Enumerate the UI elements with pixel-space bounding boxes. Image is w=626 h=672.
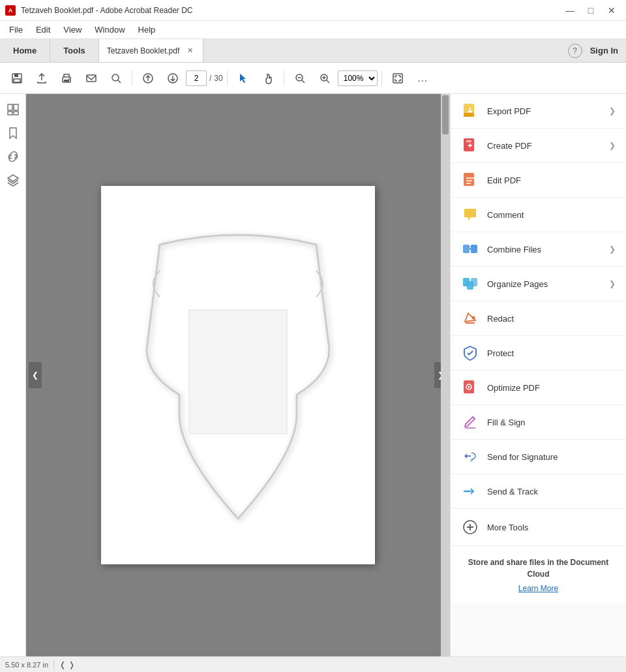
pdf-scrollbar[interactable] [441, 94, 450, 656]
titlebar: A Tetzaveh Booklet.pdf - Adobe Acrobat R… [0, 0, 626, 21]
sidebar-bookmark-icon[interactable] [3, 123, 23, 144]
more-tools-icon [461, 518, 479, 536]
svg-rect-19 [8, 104, 12, 110]
search-button[interactable] [104, 67, 128, 90]
tool-send-signature[interactable]: Send for Signature [451, 440, 626, 474]
svg-rect-32 [463, 245, 470, 253]
menu-help[interactable]: Help [132, 22, 162, 37]
sidebar-layers-icon[interactable] [3, 170, 23, 191]
titlebar-left: A Tetzaveh Booklet.pdf - Adobe Acrobat R… [5, 5, 193, 16]
svg-rect-22 [14, 112, 18, 115]
svg-line-8 [118, 80, 121, 83]
menu-window[interactable]: Window [88, 22, 131, 37]
page-dimensions: 5.50 x 8.27 in [5, 661, 48, 669]
redact-icon [461, 309, 479, 328]
statusbar-prev-btn[interactable]: ❬ [59, 660, 66, 669]
create-pdf-icon [461, 136, 479, 155]
svg-point-38 [472, 316, 475, 320]
create-pdf-arrow: ❯ [609, 141, 616, 150]
svg-rect-4 [64, 80, 69, 82]
prev-page-button[interactable] [136, 67, 160, 90]
tab-spacer [203, 39, 559, 62]
more-options-button[interactable]: … [411, 67, 434, 90]
menu-view[interactable]: View [57, 22, 88, 37]
tool-optimize-pdf[interactable]: Optimize PDF [451, 371, 626, 405]
create-pdf-label: Create PDF [487, 141, 601, 151]
help-button[interactable]: ? [568, 44, 582, 58]
next-page-button[interactable] [161, 67, 185, 90]
send-track-icon [461, 482, 479, 500]
svg-point-7 [112, 74, 119, 81]
tab-right-actions: ? Sign In [560, 39, 626, 62]
zoom-select[interactable]: 100% 50% 75% 125% 150% 200% [338, 70, 378, 86]
comment-icon [461, 206, 479, 224]
print-button[interactable] [55, 67, 78, 90]
close-button[interactable]: ✕ [603, 3, 621, 18]
pdf-frame-shape [127, 219, 349, 532]
toolbar-separator-4 [381, 70, 382, 86]
tab-close-button[interactable]: ✕ [185, 46, 195, 56]
svg-point-43 [464, 490, 467, 493]
hand-tool-button[interactable] [256, 67, 280, 90]
tool-export-pdf[interactable]: Export PDF ❯ [451, 94, 626, 129]
titlebar-title: Tetzaveh Booklet.pdf - Adobe Acrobat Rea… [21, 6, 193, 15]
toolbar-separator-1 [132, 70, 132, 86]
tool-protect[interactable]: Protect [451, 336, 626, 371]
tool-create-pdf[interactable]: Create PDF ❯ [451, 129, 626, 163]
organize-pages-icon [461, 275, 479, 293]
email-button[interactable] [80, 67, 103, 90]
svg-rect-23 [189, 310, 287, 434]
send-signature-icon [461, 448, 479, 466]
combine-files-icon [461, 240, 479, 258]
right-panel: Export PDF ❯ Create PDF ❯ [450, 94, 626, 656]
learn-more-link[interactable]: Learn More [461, 584, 616, 593]
cloud-promo: Store and share files in the Document Cl… [451, 546, 626, 603]
pdf-nav-left[interactable]: ❮ [29, 362, 42, 388]
tab-tools[interactable]: Tools [50, 39, 99, 62]
minimize-button[interactable]: — [561, 3, 579, 18]
more-tools-label: More Tools [487, 523, 616, 532]
export-pdf-label: Export PDF [487, 106, 601, 116]
left-sidebar [0, 94, 26, 656]
sidebar-thumbnail-icon[interactable] [3, 99, 23, 120]
pdf-scrollbar-thumb[interactable] [442, 95, 449, 134]
protect-label: Protect [487, 348, 616, 358]
tool-comment[interactable]: Comment [451, 198, 626, 232]
pdf-page [101, 186, 375, 564]
tab-document[interactable]: Tetzaveh Booklet.pdf ✕ [99, 39, 203, 62]
toolbar-separator-2 [227, 70, 228, 86]
toolbar-separator-3 [284, 70, 284, 86]
sidebar-links-icon[interactable] [3, 146, 23, 167]
tool-organize-pages[interactable]: Organize Pages ❯ [451, 267, 626, 301]
svg-rect-27 [466, 140, 471, 142]
zoom-out-button[interactable] [288, 67, 312, 90]
redact-label: Redact [487, 314, 616, 324]
zoom-in-button[interactable] [313, 67, 336, 90]
titlebar-controls: — □ ✕ [561, 3, 621, 18]
statusbar-separator [53, 660, 54, 669]
svg-line-17 [327, 80, 329, 83]
save-button[interactable] [5, 67, 29, 90]
organize-pages-label: Organize Pages [487, 279, 601, 289]
comment-label: Comment [487, 210, 616, 220]
tool-edit-pdf[interactable]: Edit PDF [451, 163, 626, 198]
tool-fill-sign[interactable]: Fill & Sign [451, 405, 626, 440]
upload-button[interactable] [30, 67, 53, 90]
svg-rect-33 [471, 245, 477, 253]
statusbar-next-btn[interactable]: ❭ [68, 660, 75, 669]
organize-pages-arrow: ❯ [609, 279, 616, 288]
tool-more-tools[interactable]: More Tools [451, 509, 626, 546]
tool-send-track[interactable]: Send & Track [451, 474, 626, 509]
select-tool-button[interactable] [231, 67, 255, 90]
menu-edit[interactable]: Edit [29, 22, 57, 37]
tab-home[interactable]: Home [0, 39, 50, 62]
pdf-viewer: ❮ [26, 94, 450, 656]
signin-button[interactable]: Sign In [590, 46, 618, 55]
menu-file[interactable]: File [3, 22, 29, 37]
fit-page-button[interactable] [386, 67, 410, 90]
maximize-button[interactable]: □ [582, 3, 600, 18]
tool-combine-files[interactable]: Combine Files ❯ [451, 232, 626, 267]
toolbar: / 30 100% 50% 75% 125% 150% 200% … [0, 63, 626, 94]
page-number-input[interactable] [186, 70, 207, 86]
tool-redact[interactable]: Redact [451, 301, 626, 336]
